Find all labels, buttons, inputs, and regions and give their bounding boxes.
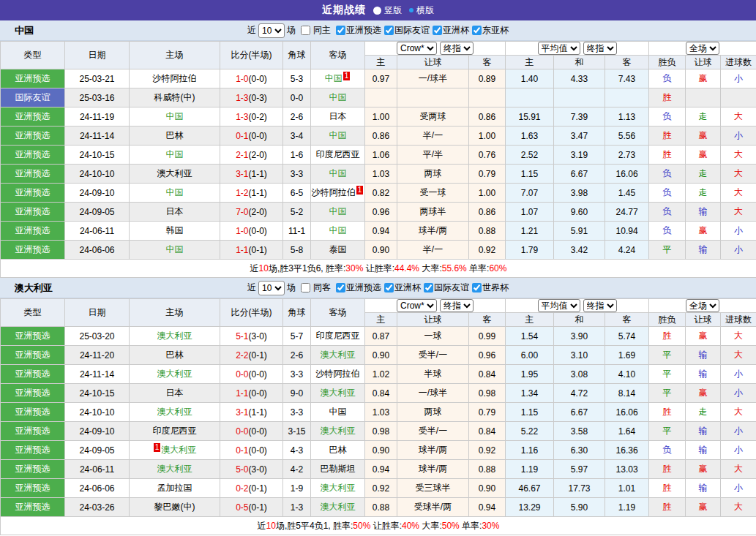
summary-row: 近10场,胜3平1负6, 胜率:30% 让胜率:44.4% 大率:55.6% 单…: [1, 260, 756, 278]
cell-goals-result: 小: [721, 479, 756, 498]
cell-home-team: 巴林: [130, 346, 220, 365]
match-row: 亚洲预选24-11-14澳大利亚0-0(0-0)3-3沙特阿拉伯1.02半球0.…: [1, 365, 756, 384]
cell-away-odds: 0.84: [469, 365, 506, 384]
sub-column-header: 让球: [686, 56, 721, 69]
column-header: 主场: [130, 42, 220, 69]
sub-column-header: 让球: [397, 313, 469, 327]
cell-home-odds: 0.82: [365, 184, 397, 203]
cell-avg-away: 2.73: [605, 146, 649, 165]
scope-select[interactable]: 全场: [686, 299, 719, 312]
full-time-score: 1-1: [236, 388, 248, 399]
match-row: 亚洲预选25-03-20澳大利亚5-1(3-0)5-7印度尼西亚0.87一球0.…: [1, 327, 756, 346]
cell-corners: 0-0: [283, 88, 311, 107]
bookmaker-select[interactable]: Crow*: [397, 42, 437, 55]
cell-result: 胜: [649, 479, 686, 498]
cell-avg-home: 1.15: [506, 403, 554, 422]
home-team-name: 巴林: [166, 130, 184, 140]
cell-score: 5-1(3-0): [220, 327, 283, 346]
avg-stage-select[interactable]: 终指: [583, 299, 617, 312]
page-title: 近期战绩: [322, 4, 366, 17]
competition-checkbox[interactable]: [424, 283, 433, 292]
cell-competition: 亚洲预选: [1, 184, 65, 203]
cell-avg-away: 1.45: [605, 184, 649, 203]
match-count-select[interactable]: 10: [258, 281, 285, 295]
cell-handicap: 半球: [397, 365, 469, 384]
cell-handicap-result: 输: [686, 422, 721, 441]
cell-goals-result: 大: [721, 203, 756, 222]
odds-stage-select[interactable]: 终指: [440, 299, 474, 312]
cell-corners: 1-3: [283, 498, 311, 517]
cell-result: 平: [649, 365, 686, 384]
same-venue-checkbox[interactable]: [301, 283, 310, 292]
cell-handicap: 两球: [397, 165, 469, 184]
cell-corners: 4-2: [283, 460, 311, 479]
average-select[interactable]: 平均值: [538, 299, 580, 312]
cell-home-team: 澳大利亚: [130, 327, 220, 346]
cell-handicap-result: [686, 88, 721, 107]
competition-checkbox[interactable]: [433, 26, 442, 35]
radio-vertical-layout[interactable]: 竖版: [373, 4, 402, 17]
cell-date: 24-10-15: [65, 384, 130, 403]
sub-column-header: 胜负: [649, 313, 686, 327]
cell-avg-draw: 3.10: [554, 346, 605, 365]
cell-avg-home: 1.34: [506, 384, 554, 403]
match-row: 亚洲预选24-10-10澳大利亚3-1(1-1)3-3中国1.03两球0.791…: [1, 165, 756, 184]
cell-home-odds: 1.03: [365, 165, 397, 184]
full-time-score: 1-3: [236, 93, 248, 103]
rank-badge: 1: [343, 72, 351, 80]
cell-away-odds: 0.90: [469, 479, 506, 498]
match-row: 亚洲预选24-06-11澳大利亚5-0(3-0)4-2巴勒斯坦0.94球半/两0…: [1, 460, 756, 479]
home-team-name: 韩国: [166, 225, 184, 235]
cell-result: 平: [649, 384, 686, 403]
competition-checkbox[interactable]: [336, 26, 345, 35]
competition-filter: 国际友谊: [421, 282, 469, 294]
cell-corners: 3-3: [283, 365, 311, 384]
full-time-score: 1-0: [236, 226, 248, 236]
bookmaker-select[interactable]: Crow*: [397, 299, 437, 312]
cell-date: 24-06-06: [65, 479, 130, 498]
cell-home-odds: 0.97: [365, 69, 397, 88]
cell-result: 负: [649, 203, 686, 222]
half-time-score: (0-1): [249, 350, 267, 361]
avg-stage-select[interactable]: 终指: [583, 42, 617, 55]
half-time-score: (0-1): [249, 483, 267, 494]
cell-result: 负: [649, 222, 686, 241]
summary-label: 让胜率:: [370, 521, 402, 531]
column-header: 比分(半场): [220, 299, 283, 327]
away-team-name: 印度尼西亚: [316, 331, 360, 341]
competition-checkbox[interactable]: [472, 283, 482, 292]
summary-label: 让胜率:: [363, 263, 394, 273]
radio-horizontal-layout[interactable]: 横版: [409, 4, 434, 17]
half-time-score: (0-1): [249, 502, 267, 513]
summary-value: 50%: [353, 521, 370, 531]
competition-checkbox[interactable]: [384, 283, 394, 292]
cell-score: 0-0(0-0): [220, 365, 283, 384]
near-label: 近: [247, 282, 256, 294]
cell-date: 24-09-10: [65, 422, 130, 441]
cell-avg-home: 1.54: [506, 327, 554, 346]
summary-row: 近10场,胜5平4负1, 胜率:50% 让胜率:40% 大率:50% 单率:30…: [1, 517, 756, 535]
full-time-score: 5-1: [236, 331, 248, 341]
cell-result: 胜: [649, 403, 686, 422]
competition-checkbox[interactable]: [472, 26, 482, 35]
match-row: 国际友谊25-03-16科威特(中)1-3(0-3)0-0中国胜: [1, 88, 756, 107]
team-name: 澳大利亚: [15, 282, 53, 295]
select-header-cell: Crow*终指: [365, 299, 506, 313]
competition-checkbox[interactable]: [336, 283, 345, 292]
away-team-name: 巴勒斯坦: [321, 464, 356, 474]
scope-select[interactable]: 全场: [686, 42, 719, 55]
cell-avg-home: 5.22: [506, 422, 554, 441]
cell-competition: 亚洲预选: [1, 146, 65, 165]
cell-home-odds: [365, 88, 397, 107]
same-venue-checkbox[interactable]: [301, 26, 310, 35]
average-select[interactable]: 平均值: [538, 42, 580, 55]
cell-score: 0-1(0-0): [220, 127, 283, 146]
competition-checkbox[interactable]: [384, 26, 394, 35]
odds-stage-select[interactable]: 终指: [440, 42, 474, 55]
away-team-name: 中国: [325, 73, 343, 83]
cell-avg-away: 1.19: [605, 498, 649, 517]
cell-avg-away: 4.24: [605, 241, 649, 260]
home-team-name: 澳大利亚: [157, 369, 192, 379]
summary-value: 10: [259, 263, 269, 273]
match-count-select[interactable]: 10: [258, 23, 285, 38]
